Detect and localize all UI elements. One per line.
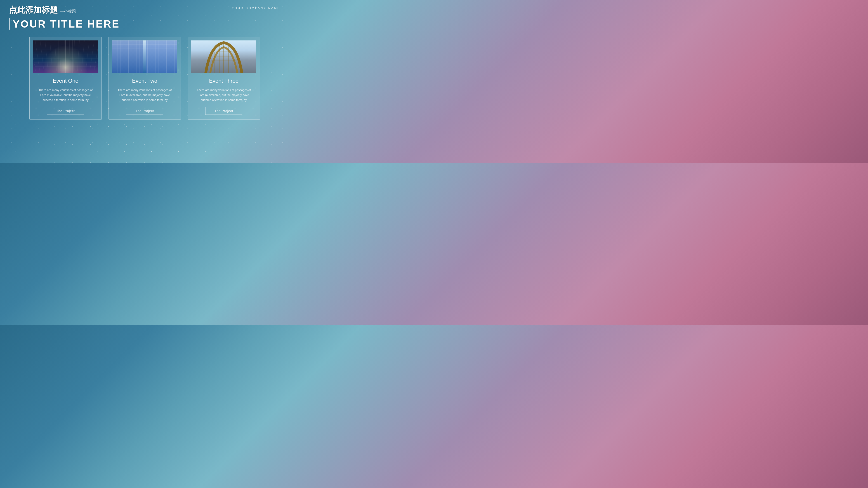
grid-overlay — [33, 40, 98, 71]
card-image-2 — [112, 40, 177, 73]
header-main-title: 点此添加标题 — [9, 4, 58, 15]
section-title: YOUR TITLE HERE — [13, 18, 120, 30]
header-subtitle: —小标题 — [60, 8, 76, 14]
card-3-title: Event Three — [209, 78, 239, 84]
card-1-description: There are many variations of passages of… — [33, 88, 98, 103]
card-image-3 — [191, 40, 256, 73]
company-name: YOUR COMPANY NAME — [232, 4, 280, 10]
card-2-button[interactable]: The Project — [126, 107, 163, 115]
card-1-button[interactable]: The Project — [47, 107, 84, 115]
cards-container: Event One There are many variations of p… — [9, 37, 280, 120]
building-grid-overlay — [112, 40, 177, 73]
card-2-description: There are many variations of passages of… — [112, 88, 177, 103]
event-card-1: Event One There are many variations of p… — [29, 37, 102, 120]
bridge-svg — [204, 40, 244, 73]
card-image-1 — [33, 40, 98, 73]
event-card-2: Event Two There are many variations of p… — [108, 37, 181, 120]
card-1-title: Event One — [53, 78, 78, 84]
card-3-button[interactable]: The Project — [205, 107, 243, 115]
page-container: 点此添加标题 —小标题 YOUR COMPANY NAME YOUR TITLE… — [0, 0, 289, 163]
event-card-3: Event Three There are many variations of… — [188, 37, 260, 120]
card-3-description: There are many variations of passages of… — [191, 88, 256, 103]
card-2-title: Event Two — [132, 78, 157, 84]
title-bar-decoration — [9, 18, 10, 30]
header: 点此添加标题 —小标题 YOUR COMPANY NAME — [9, 4, 280, 15]
header-title-block: 点此添加标题 —小标题 — [9, 4, 76, 15]
section-title-area: YOUR TITLE HERE — [9, 18, 280, 30]
